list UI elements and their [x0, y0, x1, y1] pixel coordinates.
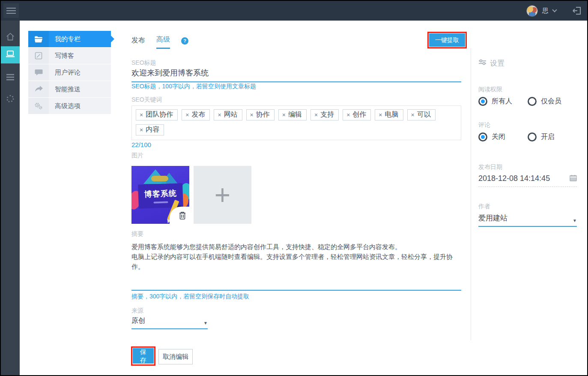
source-select[interactable]: 原创 ▼ — [131, 316, 208, 329]
radio-everyone[interactable]: 所有人 — [478, 97, 512, 106]
radio-members-only[interactable]: 仅会员 — [528, 97, 561, 106]
keyword-tag[interactable]: ×电脑 — [375, 109, 403, 120]
read-permission-label: 阅读权限 — [478, 86, 502, 93]
rail-item-loading[interactable] — [1, 91, 20, 108]
plus-icon: + — [215, 181, 230, 209]
keyword-tag[interactable]: ×网站 — [214, 109, 242, 120]
hamburger-icon[interactable] — [3, 3, 19, 18]
keyword-tag[interactable]: ×创作 — [343, 109, 371, 120]
tag-label: 协作 — [256, 110, 270, 119]
dropdown-arrow-icon: ▼ — [203, 321, 208, 325]
tag-label: 发布 — [191, 110, 205, 119]
tab-bar: 发布 高级 ? — [131, 35, 188, 49]
tag-label: 支持 — [320, 110, 334, 119]
comment-icon — [28, 64, 49, 81]
folder-icon — [28, 31, 49, 47]
user-name[interactable]: 思 — [542, 7, 549, 15]
remove-tag-icon[interactable]: × — [140, 126, 143, 133]
remove-tag-icon[interactable]: × — [282, 111, 286, 118]
publish-date-value: 2018-12-08 14:14:45 — [478, 174, 550, 183]
tab-publish[interactable]: 发布 — [131, 36, 145, 48]
seo-title-hint: SEO标题，100字以内，若留空则使用文章标题 — [131, 83, 256, 90]
chevron-down-icon[interactable] — [552, 7, 557, 12]
thumb-badge — [151, 176, 168, 181]
annotation-box-extract: 一键提取 — [427, 32, 467, 48]
tab-advanced[interactable]: 高级 — [156, 35, 170, 49]
topbar: 思 — [1, 1, 587, 21]
keyword-tag[interactable]: ×发布 — [182, 109, 210, 120]
keyword-tag[interactable]: ×可以 — [407, 109, 436, 120]
radio-comments-on[interactable]: 开启 — [528, 132, 555, 141]
author-label: 作者 — [478, 203, 490, 211]
save-button[interactable]: 保 存 — [133, 348, 154, 364]
avatar[interactable] — [526, 5, 538, 17]
comments-options: 关闭 开启 — [478, 132, 555, 141]
radio-comments-off[interactable]: 关闭 — [478, 132, 505, 141]
logout-icon[interactable] — [572, 6, 582, 16]
seo-keywords-label: SEO关键词 — [131, 96, 162, 104]
summary-line: 电脑上记录的内容可以在手机端随时查看编辑。支持设置多个管理者，轻松管理网站资讯文… — [131, 252, 462, 271]
seo-title-label: SEO标题 — [131, 59, 156, 67]
keyword-tag[interactable]: ×编辑 — [278, 109, 307, 120]
summary-underline — [131, 290, 461, 291]
image-upload-button[interactable]: + — [194, 166, 251, 224]
publish-date-field[interactable]: 2018-12-08 14:14:45 — [478, 174, 577, 187]
thumb-caption-bar — [153, 201, 168, 203]
remove-tag-icon[interactable]: × — [140, 111, 143, 118]
rail-item-blog[interactable] — [1, 46, 20, 63]
calendar-icon[interactable] — [570, 174, 577, 183]
read-permission-options: 所有人 仅会员 — [478, 97, 561, 106]
keyword-tag[interactable]: ×团队协作 — [136, 109, 178, 120]
keyword-tag[interactable]: ×支持 — [310, 109, 339, 120]
sliders-icon — [478, 59, 487, 68]
remove-tag-icon[interactable]: × — [411, 111, 415, 118]
remove-tag-icon[interactable]: × — [250, 111, 254, 118]
menu-item-write-blog[interactable]: 写博客 — [28, 48, 111, 64]
remove-tag-icon[interactable]: × — [185, 111, 189, 118]
nav-rail — [1, 21, 20, 376]
tag-label: 可以 — [417, 110, 431, 119]
annotation-box-save: 保 存 — [131, 346, 155, 366]
tag-label: 团队协作 — [146, 110, 173, 119]
summary-hint: 摘要，300字以内，若留空则保存时自动提取 — [131, 293, 249, 301]
remove-tag-icon[interactable]: × — [379, 111, 382, 118]
spinner-dots-icon — [6, 94, 15, 105]
settings-title: 设置 — [478, 58, 504, 68]
rail-item-list[interactable] — [1, 69, 20, 87]
seo-title-input[interactable]: 欢迎来到爱用博客系统 — [131, 68, 461, 82]
trash-icon — [178, 211, 187, 222]
menu-item-label: 高级选项 — [49, 98, 111, 114]
settings-title-text: 设置 — [490, 58, 504, 68]
cancel-button[interactable]: 取消编辑 — [158, 349, 193, 364]
rail-item-home[interactable] — [1, 29, 20, 46]
menu-item-advanced-options[interactable]: 高级选项 — [28, 98, 111, 114]
source-label: 来源 — [131, 307, 143, 315]
menu-item-user-comments[interactable]: 用户评论 — [28, 64, 111, 81]
summary-line: 爱用博客系统能够为您提供简易舒适的内容创作工具，支持快捷、稳定的全网多平台内容发… — [131, 242, 462, 252]
tag-label: 电脑 — [385, 110, 399, 119]
remove-tag-icon[interactable]: × — [218, 111, 221, 118]
summary-textarea[interactable]: 爱用博客系统能够为您提供简易舒适的内容创作工具，支持快捷、稳定的全网多平台内容发… — [131, 242, 462, 271]
help-icon[interactable]: ? — [181, 37, 188, 45]
radio-icon — [528, 132, 537, 141]
radio-icon — [478, 132, 487, 141]
remove-tag-icon[interactable]: × — [346, 111, 350, 118]
dropdown-arrow-icon: ▼ — [573, 218, 577, 223]
menu-item-smart-push[interactable]: 智能推送 — [28, 81, 111, 97]
comments-label: 评论 — [478, 121, 490, 129]
keyword-tag[interactable]: ×协作 — [246, 109, 275, 120]
image-thumbnail[interactable]: 博客系统 — [131, 166, 189, 224]
author-select[interactable]: 爱用建站 ▼ — [478, 213, 577, 227]
remove-tag-icon[interactable]: × — [314, 111, 318, 118]
radio-label: 仅会员 — [541, 97, 561, 106]
list-icon — [6, 73, 15, 83]
home-icon — [6, 32, 15, 43]
keywords-count: 22/100 — [131, 141, 151, 148]
extract-button[interactable]: 一键提取 — [429, 33, 465, 47]
keyword-tag[interactable]: ×内容 — [136, 124, 164, 135]
menu-item-label: 我的专栏 — [49, 31, 111, 47]
keywords-input-box[interactable]: ×团队协作 ×发布 ×网站 ×协作 ×编辑 ×支持 ×创作 ×电脑 ×可以 ×内… — [131, 105, 461, 140]
menu-item-my-column[interactable]: 我的专栏 — [28, 31, 111, 47]
tag-label: 编辑 — [288, 110, 302, 119]
radio-label: 关闭 — [492, 132, 505, 141]
